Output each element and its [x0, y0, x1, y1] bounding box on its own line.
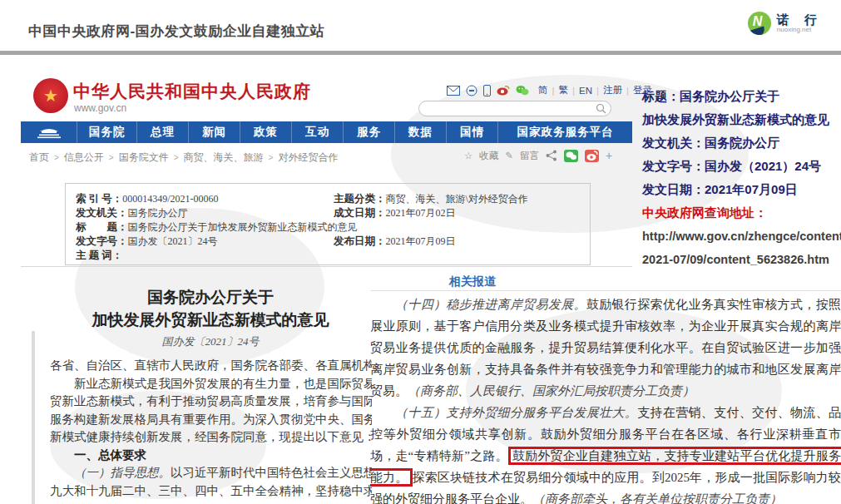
nav-state-council[interactable]: 国务院: [77, 121, 137, 143]
wechat-share-icon[interactable]: [564, 150, 578, 162]
language-links: 简| 繁| EN| 注册| 登录: [538, 84, 652, 96]
body-line: 九大和十九届二中、三中、四中、五中全会精神，坚持稳中求进工作总基调: [50, 482, 372, 501]
national-emblem-icon: ★: [33, 78, 68, 113]
paragraph-15: （十五）支持外贸细分服务平台发展壮大。支持在营销、支付、交付、物流、品控等外贸细…: [370, 402, 841, 504]
page: 中国中央政府网-国办发文鼓励企业自建独立站 N 诺 行 nuoxing.net …: [0, 0, 841, 504]
document-number: 国办发〔2021〕24号: [50, 334, 371, 349]
body-line: 各省、自治区、直辖市人民政府，国务院各部委、各直属机构：: [50, 357, 372, 375]
crumb-home[interactable]: 首页: [29, 151, 49, 165]
gov-site-name: 中华人民共和国中央人民政府: [73, 80, 311, 103]
note-number: 发文字号：国办发（2021）24号: [642, 155, 839, 178]
plus-button[interactable]: +: [606, 149, 612, 162]
nav-gov-service-platform[interactable]: 国家政务服务平台: [498, 121, 632, 143]
meta-row: 成文日期：2021年07月02日: [334, 205, 528, 219]
body-line: 新业态新模式是我国外贸发展的有生力量，也是国际贸易发展的重要趋: [50, 375, 372, 393]
pencil-icon[interactable]: ✎: [505, 150, 513, 161]
nav-national-conditions[interactable]: 国情: [447, 121, 498, 143]
brand-name: 诺 行: [777, 13, 823, 27]
article-text: （十四）稳步推进离岸贸易发展。鼓励银行探索优化业务真实性审核方式，按照展业原则，…: [370, 294, 841, 504]
share-icon[interactable]: [546, 150, 557, 161]
document-title: 国务院办公厅关于 加快发展外贸新业态新模式的意见: [50, 286, 371, 331]
note-url-line1[interactable]: http://www.gov.cn/zhengce/content/: [642, 225, 839, 248]
note-date: 发文日期：2021年07月09日: [642, 178, 839, 201]
lang-traditional[interactable]: 繁: [559, 84, 569, 96]
annotation-panel: 标题：国务院办公厅关于 加快发展外贸新业态新模式的意见 发文机关：国务院办公厅 …: [642, 85, 839, 271]
nuoxing-logo-icon: N: [748, 12, 771, 35]
header-icons: 简| 繁| EN| 注册| 登录: [447, 84, 652, 96]
wechat-icon[interactable]: [516, 85, 529, 96]
page-actions: ☆ 收藏 ✎ 留言 +: [464, 149, 612, 162]
document-body: 各省、自治区、直辖市人民政府，国务院各部委、各直属机构： 新业态新模式是我国外贸…: [50, 357, 372, 500]
meta-row: 标 题：国务院办公厅关于加快发展外贸新业态新模式的意见: [76, 219, 358, 233]
nav-interact[interactable]: 互动: [292, 121, 344, 143]
note-agency: 发文机关：国务院办公厅: [642, 131, 839, 155]
meta-row: 发文字号：国办发〔2021〕24号: [76, 233, 358, 247]
browser-title-bar: 中国中央政府网-国办发文鼓励企业自建独立站 N 诺 行 nuoxing.net: [0, 0, 841, 55]
lang-en[interactable]: EN: [579, 86, 592, 96]
home-tiananmen-icon[interactable]: [21, 121, 77, 143]
nav-news[interactable]: 新闻: [189, 121, 240, 143]
weibo-share-icon[interactable]: [585, 150, 599, 162]
meta-row: 发布日期：2021年07月09日: [334, 233, 528, 247]
mail-icon[interactable]: [447, 86, 460, 96]
meta-row: 发文机关：国务院办公厅: [76, 205, 358, 219]
nav-services[interactable]: 服务: [344, 121, 395, 143]
nav-data[interactable]: 数据: [395, 121, 447, 143]
main-nav: 国务院 总理 新闻 政策 互动 服务 数据 国情 国家政务服务平台: [21, 121, 632, 143]
lang-simplified[interactable]: 简: [538, 84, 548, 96]
search-input[interactable]: [418, 101, 611, 116]
note-title-line2: 加快发展外贸新业态新模式的意见: [642, 108, 839, 131]
rss-circle-icon[interactable]: [466, 85, 477, 96]
star-icon[interactable]: ☆: [464, 150, 472, 161]
document-meta-box: 索 引 号：000014349/2021-00060 发文机关：国务院办公厅 标…: [65, 183, 591, 265]
search-icon[interactable]: [596, 103, 606, 114]
body-line: 新模式健康持续创新发展，经国务院同意，现提出以下意见：: [50, 428, 372, 447]
nav-policy[interactable]: 政策: [240, 121, 292, 143]
crumb-commerce-customs-tourism[interactable]: 商贸、海关、旅游: [184, 151, 264, 165]
note-url-line2[interactable]: 2021-07/09/content_5623826.htm: [642, 248, 839, 271]
meta-row: 主题分类：商贸、海关、旅游\对外经贸合作: [334, 190, 528, 205]
brand-domain: nuoxing.net: [777, 27, 823, 33]
body-line: 服务构建新发展格局具有重要作用。为深入贯彻党中央、国务院决策部署，: [50, 411, 372, 429]
comment-button[interactable]: 留言: [520, 150, 539, 162]
meta-row: 主 题 词：: [76, 247, 358, 261]
page-title: 中国中央政府网-国办发文鼓励企业自建独立站: [28, 22, 324, 41]
body-line: 贸新业态新模式，有利于推动贸易高质量发展，培育参与国际经济合作和竞: [50, 393, 372, 411]
crumb-state-council-docs[interactable]: 国务院文件: [119, 151, 169, 165]
section-heading: 一、总体要求: [50, 447, 372, 465]
crumb-foreign-trade[interactable]: 对外经贸合作: [278, 151, 338, 165]
gov-site-url: www.gov.cn: [74, 102, 126, 114]
body-line: （一）指导思想。以习近平新时代中国特色社会主义思想为指导，全面: [50, 464, 372, 482]
favorite-button[interactable]: 收藏: [479, 150, 498, 162]
weibo-icon[interactable]: [497, 85, 510, 96]
left-edge-strip: [32, 331, 35, 504]
meta-row: 索 引 号：000014349/2021-00060: [76, 190, 358, 205]
crumb-info-disclosure[interactable]: 信息公开: [64, 151, 104, 165]
brand-logo: N 诺 行 nuoxing.net: [748, 12, 823, 35]
note-title-line1: 标题：国务院办公厅关于: [642, 85, 839, 108]
related-tab-divider: [370, 290, 841, 291]
section-divider: [21, 266, 632, 267]
paragraph-14: （十四）稳步推进离岸贸易发展。鼓励银行探索优化业务真实性审核方式，按照展业原则，…: [370, 294, 841, 402]
tab-related-reports[interactable]: 相关报道: [449, 274, 496, 289]
mobile-icon[interactable]: [483, 85, 491, 96]
note-query-label: 中央政府网查询地址：: [642, 201, 839, 225]
nav-premier[interactable]: 总理: [137, 121, 189, 143]
register-link[interactable]: 注册: [603, 84, 622, 96]
breadcrumb: 首页> 信息公开> 国务院文件> 商贸、海关、旅游> 对外经贸合作: [29, 151, 338, 165]
